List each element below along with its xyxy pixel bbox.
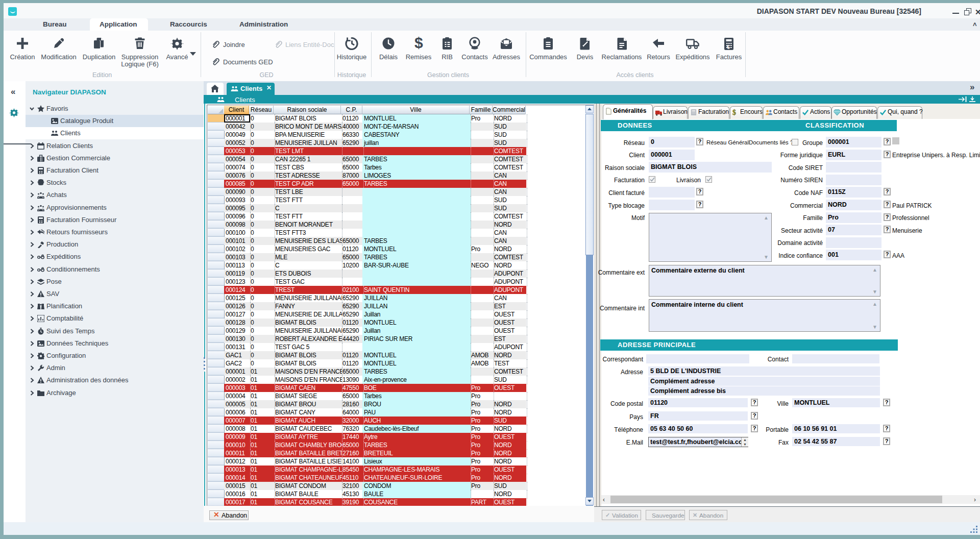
svg-text:$: $ (414, 36, 423, 50)
svg-text:€: € (727, 44, 730, 50)
svg-text:$: $ (732, 109, 736, 116)
